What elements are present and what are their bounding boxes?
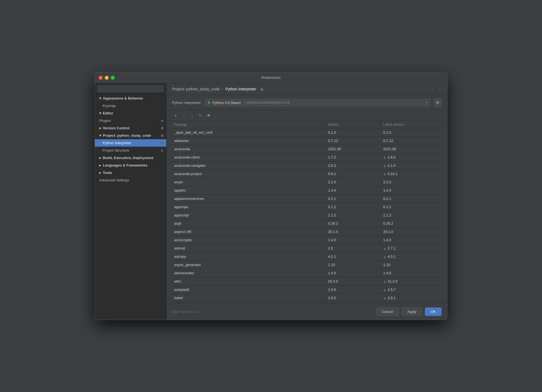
- sidebar-item-appearance-behavior[interactable]: ▾ Appearance & Behavior: [95, 95, 166, 102]
- table-row[interactable]: autopep81.5.6▲1.5.7: [172, 286, 442, 294]
- remove-package-button[interactable]: −: [180, 112, 187, 119]
- package-name: attrs: [172, 277, 326, 285]
- package-name: anaconda: [172, 145, 326, 153]
- chevron-right-icon: ▸: [99, 163, 101, 167]
- upgrade-icon: ▲: [383, 288, 386, 291]
- sidebar-item-editor[interactable]: ▾ Editor: [95, 109, 166, 117]
- cancel-button[interactable]: Cancel: [376, 307, 399, 316]
- forward-arrow[interactable]: →: [437, 87, 442, 92]
- package-version: 0.7.12: [326, 137, 381, 145]
- search-wrap[interactable]: ⌕: [98, 85, 163, 92]
- package-name: asn1crypto: [172, 236, 326, 244]
- table-row[interactable]: attrs20.3.0▲21.2.0: [172, 277, 442, 286]
- upgrade-icon: ▲: [383, 156, 386, 159]
- badge-icon: ▣: [161, 149, 163, 152]
- footer: ? CSDN @Mrwei_418 Cancel Apply OK: [167, 303, 447, 320]
- table-row[interactable]: applaunchservices0.2.10.2.1: [172, 195, 442, 203]
- table-row[interactable]: appdirs1.4.41.4.4: [172, 186, 442, 195]
- sidebar-item-python-interpreter[interactable]: Python Interpreter ▣: [95, 139, 166, 147]
- sidebar-item-label: Advanced Settings: [99, 178, 129, 182]
- package-latest: 0.26.2: [381, 219, 442, 227]
- upgrade-icon: ▲: [383, 164, 386, 167]
- package-version: 0.1.2: [326, 203, 381, 211]
- maximize-button[interactable]: [111, 76, 115, 80]
- interpreter-select[interactable]: Python 3.8 (base) ~/opt/anaconda3/bin/py…: [205, 99, 431, 106]
- latest-version-text: 0.26.2: [383, 221, 393, 225]
- chevron-down-icon: ▾: [99, 96, 101, 100]
- search-icon: ⌕: [100, 87, 102, 90]
- table-row[interactable]: atomicwrites1.4.01.4.0: [172, 269, 442, 277]
- table-header: Package Version Latest version: [167, 121, 447, 128]
- package-latest: ▲1.5.7: [381, 286, 442, 294]
- sidebar-item-project[interactable]: ▾ Project: python_study_code ▣: [95, 132, 166, 139]
- sidebar-item-plugins[interactable]: Plugins ▣: [95, 117, 166, 124]
- package-version: 1.4.0: [326, 269, 381, 277]
- table-row[interactable]: asn1crypto1.4.01.4.0: [172, 236, 442, 244]
- sidebar-item-label: Tools: [103, 171, 112, 175]
- latest-version-text: 1.1.2: [383, 213, 391, 217]
- table-row[interactable]: argon2-cffi20.1.020.1.0: [172, 228, 442, 236]
- table-row[interactable]: anyio2.2.02.2.0: [172, 178, 442, 186]
- upgrade-icon: ▲: [383, 280, 386, 283]
- upgrade-icon: ▲: [383, 296, 386, 300]
- show-button[interactable]: 👁: [205, 112, 212, 119]
- interpreter-settings-button[interactable]: ⚙: [433, 98, 442, 107]
- minimize-button[interactable]: [105, 76, 109, 80]
- latest-version-text: 2.7.1: [388, 246, 396, 250]
- search-input[interactable]: [104, 87, 161, 91]
- table-row[interactable]: appnope0.1.20.1.2: [172, 203, 442, 211]
- package-latest: 0.2.1: [381, 195, 442, 203]
- package-version: 2.5: [326, 244, 381, 252]
- table-row[interactable]: argh0.26.20.26.2: [172, 219, 442, 228]
- sidebar-item-keymap[interactable]: Keymap: [95, 102, 166, 109]
- latest-version-text: 4.3.1: [388, 254, 396, 259]
- package-latest: ▲2.1.0: [381, 162, 442, 170]
- package-latest: 1.4.0: [381, 236, 442, 244]
- table-row[interactable]: anaconda2021.052021.05: [172, 145, 442, 153]
- table-row[interactable]: _ipyw_jlab_nb_ext_conf0.1.00.1.0: [172, 128, 442, 137]
- package-latest: 0.1.0: [381, 128, 442, 136]
- close-button[interactable]: [99, 76, 103, 80]
- latest-version-text: 1.8.0: [388, 155, 396, 159]
- apply-button[interactable]: Apply: [402, 307, 422, 316]
- sidebar: ⌕ ▾ Appearance & Behavior Keymap ▾ Edito…: [95, 83, 167, 320]
- ok-button[interactable]: OK: [425, 307, 442, 316]
- badge-icon: ▣: [161, 141, 163, 145]
- help-button[interactable]: ?: [170, 310, 176, 316]
- package-name: applaunchservices: [172, 195, 326, 203]
- sidebar-item-tools[interactable]: ▸ Tools: [95, 169, 166, 176]
- package-latest: 0.7.12: [381, 137, 442, 145]
- sidebar-item-project-structure[interactable]: Project Structure ▣: [95, 147, 166, 154]
- add-package-button[interactable]: +: [172, 112, 179, 119]
- package-version: 2.0.3: [326, 162, 381, 170]
- sidebar-item-advanced-settings[interactable]: Advanced Settings: [95, 176, 166, 184]
- breadcrumb-project: Project: python_study_code: [172, 87, 220, 91]
- search-box: ⌕: [95, 83, 166, 95]
- sidebar-item-languages[interactable]: ▸ Languages & Frameworks: [95, 162, 166, 169]
- package-name: appnope: [172, 203, 326, 211]
- table-row[interactable]: anaconda-project0.9.1▲0.10.1: [172, 170, 442, 178]
- sidebar-item-version-control[interactable]: ▸ Version Control ▣: [95, 124, 166, 132]
- table-row[interactable]: anaconda-client1.7.2▲1.8.0: [172, 153, 442, 162]
- package-version: 0.2.1: [326, 195, 381, 203]
- col-package: Package: [172, 121, 326, 128]
- reload-button[interactable]: ↻: [197, 112, 204, 119]
- table-row[interactable]: async_generator1.101.10: [172, 261, 442, 269]
- up-button[interactable]: ▲: [189, 112, 196, 119]
- table-row[interactable]: astropy4.2.1▲4.3.1: [172, 253, 442, 261]
- sidebar-item-build-exec[interactable]: ▸ Build, Execution, Deployment: [95, 154, 166, 162]
- package-latest: ▲2.7.1: [381, 244, 442, 252]
- back-arrow[interactable]: ←: [431, 87, 435, 92]
- package-name: atomicwrites: [172, 269, 326, 277]
- table-row[interactable]: alabaster0.7.120.7.12: [172, 137, 442, 145]
- traffic-lights: [99, 76, 115, 80]
- package-version: 20.1.0: [326, 228, 381, 236]
- table-row[interactable]: appscript1.1.21.1.2: [172, 211, 442, 219]
- table-row[interactable]: astroid2.5▲2.7.1: [172, 244, 442, 253]
- bookmark-icon: ▣: [260, 87, 264, 91]
- table-row[interactable]: babel2.9.0▲2.9.1: [172, 294, 442, 302]
- table-row[interactable]: anaconda-navigator2.0.3▲2.1.0: [172, 162, 442, 170]
- package-version: 1.5.6: [326, 286, 381, 294]
- package-name: anaconda-navigator: [172, 162, 326, 170]
- package-name: async_generator: [172, 261, 326, 269]
